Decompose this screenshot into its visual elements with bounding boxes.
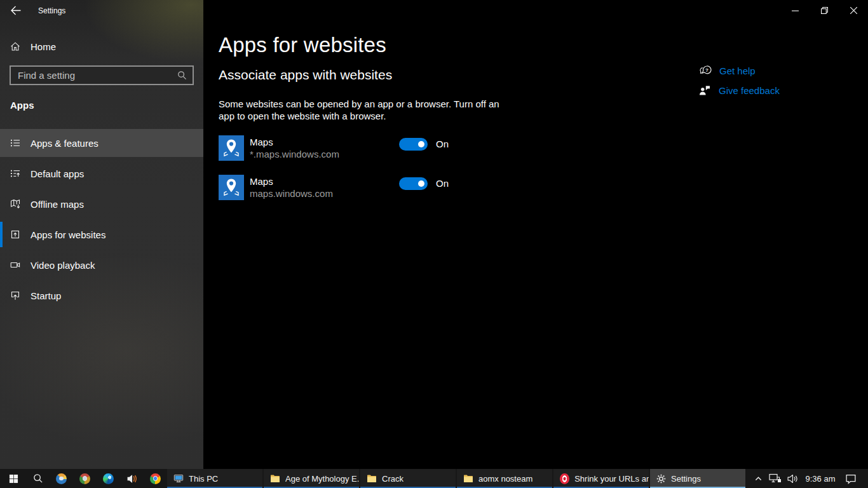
pinned-app-volume[interactable] bbox=[120, 469, 144, 488]
give-feedback-label: Give feedback bbox=[719, 85, 780, 96]
chrome-dark-browser-icon bbox=[79, 473, 90, 484]
taskbar-window-age-of-mythology[interactable]: Age of Mythology E... bbox=[264, 469, 359, 488]
sidebar-item-label: Default apps bbox=[31, 168, 84, 179]
close-button[interactable] bbox=[839, 0, 868, 20]
app-toggle[interactable] bbox=[399, 138, 428, 151]
sidebar-item-label: Offline maps bbox=[31, 199, 84, 210]
app-info: Maps *.maps.windows.com bbox=[250, 135, 399, 161]
home-icon bbox=[10, 41, 20, 51]
search-icon[interactable] bbox=[177, 71, 187, 80]
home-label: Home bbox=[31, 41, 56, 52]
folder-icon bbox=[367, 474, 377, 483]
folder-icon bbox=[270, 474, 280, 483]
apps-features-icon bbox=[10, 138, 20, 148]
taskbar-window-label: Shrink your URLs an... bbox=[574, 474, 649, 484]
taskbar: This PC Age of Mythology E... Crack aomx… bbox=[0, 469, 868, 488]
taskbar-window-label: aomx nosteam bbox=[478, 474, 532, 484]
get-help-label: Get help bbox=[719, 65, 756, 76]
help-bubble-icon: ? bbox=[698, 64, 712, 77]
toggle-state-label: On bbox=[436, 175, 449, 200]
help-links: ? Get help Give feedback bbox=[698, 64, 780, 103]
sidebar-item-offline-maps[interactable]: Offline maps bbox=[0, 190, 203, 218]
pinned-app-chrome[interactable] bbox=[144, 469, 167, 488]
minimize-button[interactable] bbox=[780, 0, 810, 20]
app-name: Maps bbox=[250, 137, 399, 147]
edge-browser-icon bbox=[103, 473, 114, 484]
network-icon bbox=[769, 473, 782, 484]
apps-for-websites-icon bbox=[10, 229, 20, 240]
start-button[interactable] bbox=[0, 469, 27, 488]
svg-text:?: ? bbox=[705, 67, 709, 73]
maps-app-icon bbox=[219, 175, 244, 200]
app-association-row: Maps maps.windows.com On bbox=[219, 175, 449, 200]
sidebar-item-apps-for-websites[interactable]: Apps for websites bbox=[0, 220, 203, 248]
folder-icon bbox=[463, 474, 473, 483]
action-center-icon bbox=[845, 473, 857, 484]
clock-time: 9:36 am bbox=[806, 474, 836, 484]
settings-sidebar: Settings Home Apps Apps & features bbox=[0, 0, 203, 469]
pinned-app-chromium[interactable] bbox=[50, 469, 73, 488]
action-center-button[interactable] bbox=[839, 469, 863, 488]
opera-browser-icon bbox=[560, 473, 569, 484]
taskbar-search-button[interactable] bbox=[27, 469, 50, 488]
maps-app-icon bbox=[219, 135, 244, 161]
tray-clock[interactable]: 9:36 am bbox=[802, 469, 839, 488]
sidebar-item-startup[interactable]: Startup bbox=[0, 281, 203, 309]
restore-button[interactable] bbox=[810, 0, 839, 20]
back-button[interactable] bbox=[10, 5, 23, 16]
taskbar-window-label: Settings bbox=[671, 474, 701, 484]
sidebar-nav: Apps & features Default apps bbox=[0, 129, 203, 312]
pinned-app-edge[interactable] bbox=[97, 469, 120, 488]
sidebar-item-home[interactable]: Home bbox=[10, 39, 56, 53]
taskbar-window-crack[interactable]: Crack bbox=[360, 469, 456, 488]
section-title: Associate apps with websites bbox=[219, 67, 392, 83]
app-domain: maps.windows.com bbox=[250, 188, 399, 199]
app-domain: *.maps.windows.com bbox=[250, 149, 399, 159]
sidebar-item-apps-and-features[interactable]: Apps & features bbox=[0, 129, 203, 157]
taskbar-window-aomx-nosteam[interactable]: aomx nosteam bbox=[457, 469, 552, 488]
taskbar-window-settings[interactable]: Settings bbox=[650, 469, 745, 488]
close-icon bbox=[850, 7, 857, 14]
tray-network-button[interactable] bbox=[766, 469, 784, 488]
taskbar-window-shrink-urls[interactable]: Shrink your URLs an... bbox=[553, 469, 649, 488]
taskbar-window-this-pc[interactable]: This PC bbox=[167, 469, 262, 488]
pinned-app-chrome-dark[interactable] bbox=[73, 469, 97, 488]
chromium-browser-icon bbox=[56, 473, 67, 484]
app-toggle[interactable] bbox=[399, 177, 428, 190]
volume-app-icon bbox=[126, 473, 137, 484]
default-apps-icon bbox=[10, 168, 20, 179]
video-playback-icon bbox=[10, 260, 20, 270]
toggle-state-label: On bbox=[436, 135, 449, 161]
window-title: Settings bbox=[38, 6, 65, 15]
sidebar-item-label: Apps & features bbox=[31, 138, 98, 149]
taskbar-window-label: This PC bbox=[189, 474, 218, 484]
window-controls bbox=[780, 0, 868, 20]
page-description: Some websites can be opened by an app or… bbox=[219, 98, 506, 122]
settings-search-box[interactable] bbox=[10, 65, 194, 85]
app-association-row: Maps *.maps.windows.com On bbox=[219, 135, 449, 161]
system-tray: 9:36 am bbox=[750, 469, 868, 488]
start-icon bbox=[9, 474, 18, 484]
offline-maps-icon bbox=[10, 199, 20, 209]
page-title: Apps for websites bbox=[219, 33, 386, 57]
restore-icon bbox=[821, 7, 828, 14]
sidebar-item-default-apps[interactable]: Default apps bbox=[0, 159, 203, 187]
search-icon bbox=[33, 473, 43, 484]
sidebar-item-label: Startup bbox=[31, 290, 61, 301]
settings-content: Apps for websites Associate apps with we… bbox=[203, 0, 868, 469]
give-feedback-link[interactable]: Give feedback bbox=[698, 83, 780, 97]
sidebar-section-header: Apps bbox=[10, 100, 34, 111]
get-help-link[interactable]: ? Get help bbox=[698, 64, 780, 78]
back-arrow-icon bbox=[10, 5, 23, 16]
search-input[interactable] bbox=[11, 70, 177, 81]
taskbar-window-label: Age of Mythology E... bbox=[285, 474, 359, 484]
app-name: Maps bbox=[250, 176, 399, 187]
sidebar-item-label: Apps for websites bbox=[31, 229, 105, 240]
tray-overflow-button[interactable] bbox=[750, 469, 766, 488]
volume-icon bbox=[787, 474, 799, 484]
sidebar-item-video-playback[interactable]: Video playback bbox=[0, 251, 203, 279]
taskbar-window-label: Crack bbox=[382, 474, 403, 484]
tray-volume-button[interactable] bbox=[784, 469, 802, 488]
chrome-browser-icon bbox=[150, 473, 161, 484]
app-info: Maps maps.windows.com bbox=[250, 175, 399, 200]
